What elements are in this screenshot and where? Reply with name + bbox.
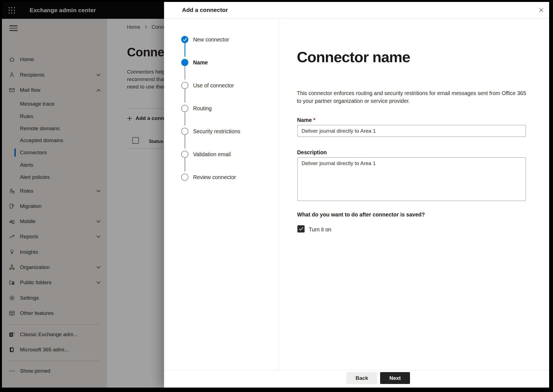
content-heading: Connector name	[297, 48, 410, 66]
step-upcoming-icon	[181, 82, 188, 89]
step-upcoming-icon	[181, 128, 188, 135]
next-button[interactable]: Next	[380, 372, 410, 384]
step-upcoming-icon	[181, 151, 188, 158]
dialog-title: Add a connector	[182, 7, 228, 13]
wizard-step-use-of-connector[interactable]: Use of connector	[164, 81, 275, 90]
name-input[interactable]	[297, 125, 526, 137]
wizard-step-validation-email[interactable]: Validation email	[164, 150, 275, 159]
turn-it-on-label: Turn it on	[309, 226, 331, 233]
step-label: Review connector	[193, 174, 236, 181]
step-current-icon	[181, 59, 188, 66]
step-connector-line	[185, 66, 185, 80]
step-connector-line	[185, 112, 185, 126]
step-label: Routing	[193, 105, 212, 112]
checkmark-icon	[183, 38, 187, 41]
required-marker: *	[313, 117, 315, 123]
step-label: Use of connector	[193, 82, 234, 89]
add-connector-dialog: Add a connector New connector Name	[164, 2, 549, 388]
step-connector-line	[185, 43, 185, 57]
name-field-label: Name*	[297, 117, 315, 123]
step-connector-line	[185, 89, 185, 103]
step-label: Validation email	[193, 151, 231, 158]
wizard-step-security-restrictions[interactable]: Security restrictions	[164, 127, 275, 136]
wizard-divider	[279, 18, 279, 370]
step-completed-icon	[181, 36, 188, 43]
step-label: New connector	[193, 36, 229, 43]
step-label: Security restrictions	[193, 128, 240, 135]
footer-divider	[164, 370, 549, 370]
wizard-step-review-connector[interactable]: Review connector	[164, 173, 275, 182]
back-button[interactable]: Back	[346, 372, 377, 384]
app-window: Exchange admin center Home Recipients Ma…	[2, 2, 549, 388]
turn-it-on-checkbox[interactable]	[297, 225, 305, 232]
step-connector-line	[185, 135, 185, 148]
content-description: This connector enforces routing and secu…	[297, 89, 526, 105]
dialog-header: Add a connector	[164, 2, 549, 18]
wizard-step-routing[interactable]: Routing	[164, 104, 275, 113]
wizard-step-name[interactable]: Name	[164, 58, 275, 67]
close-icon	[538, 7, 544, 13]
checkmark-icon	[299, 227, 303, 231]
after-save-question: What do you want to do after connector i…	[297, 211, 425, 218]
description-field-label: Description	[297, 149, 327, 156]
wizard-step-new-connector[interactable]: New connector	[164, 35, 275, 44]
step-upcoming-icon	[181, 105, 188, 112]
description-textarea[interactable]: Deliver journal directly to Area 1	[297, 157, 526, 201]
step-label: Name	[193, 59, 208, 66]
close-button[interactable]	[536, 5, 546, 15]
screenshot-frame: Exchange admin center Home Recipients Ma…	[0, 0, 553, 392]
step-upcoming-icon	[181, 174, 188, 181]
step-connector-line	[185, 158, 185, 171]
